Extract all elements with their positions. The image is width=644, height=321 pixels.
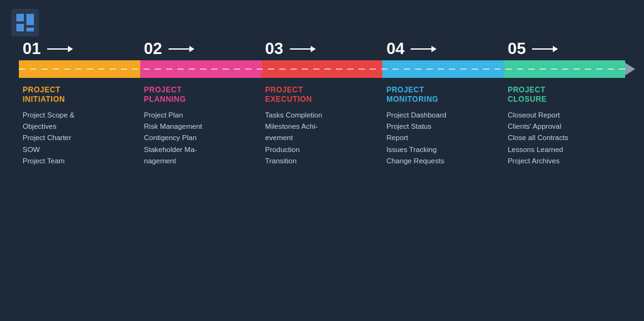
list-item: Project Team [23,156,136,166]
content-row: PROJECTINITIATIONProject Scope &Objectiv… [19,85,625,167]
list-item: Production [265,144,379,155]
list-item: Issues Tracking [386,144,500,155]
step-col-04: 04 [382,40,504,58]
list-item: Tasks Completion [265,110,379,121]
phases-container: PROJECTINITIATIONProject Scope &Objectiv… [19,60,625,167]
step-col-01: 01 [19,40,140,58]
step-number-02: 02 [144,40,194,57]
list-item: Project Plan [144,110,258,121]
phase-items-02: Project PlanRisk ManagementContigency Pl… [144,110,258,166]
phase-items-05: Closeout ReportClients' ApprovalClose al… [508,110,621,166]
svg-rect-2 [16,24,24,31]
step-number-03: 03 [265,40,315,57]
step-number-05: 05 [508,40,557,57]
list-item: Report [386,133,500,143]
list-item: Project Archives [508,156,621,166]
timeline-section: 01 02 03 04 05 PROJECTINITIAT [19,40,625,167]
bar-segment-03 [262,60,383,78]
bar-segment-02 [140,60,262,78]
phase-title-04: PROJECTMONITORING [386,85,500,105]
list-item: Project Scope & [23,110,136,121]
list-item: Milestones Achi- [265,121,379,132]
step-col-02: 02 [140,40,262,58]
list-item: Project Charter [23,133,136,143]
timeline-bar [19,60,625,78]
timeline-end-arrow [625,63,635,75]
list-item: Contigency Plan [144,133,258,143]
list-item: Objectives [23,121,136,132]
phase-title-02: PROJECTPLANNING [144,85,258,105]
step-number-01: 01 [23,40,72,57]
steps-row: 01 02 03 04 05 [19,40,625,58]
list-item: Project Status [386,121,500,132]
content-col-05: PROJECTCLOSURECloseout ReportClients' Ap… [504,85,625,167]
svg-rect-1 [16,14,24,21]
step-arrow-05 [532,48,557,50]
phase-items-01: Project Scope &ObjectivesProject Charter… [23,110,136,166]
list-item: SOW [23,144,136,155]
list-item: Change Requests [386,156,500,166]
list-item: nagement [144,156,258,166]
list-item: Closeout Report [508,110,621,121]
bar-segment-01 [19,60,140,78]
content-col-03: PROJECTEXECUTIONTasks CompletionMileston… [262,85,383,167]
list-item: Project Dashboard [386,110,500,121]
content-col-02: PROJECTPLANNINGProject PlanRisk Manageme… [140,85,262,167]
step-arrow-03 [290,48,315,50]
list-item: Transition [265,156,379,166]
phase-items-04: Project DashboardProject StatusReportIss… [386,110,500,166]
step-col-05: 05 [504,40,625,58]
svg-rect-0 [11,9,39,36]
phase-title-01: PROJECTINITIATION [23,85,136,105]
list-item: Lessons Learned [508,144,621,155]
phase-items-03: Tasks CompletionMilestones Achi-evementP… [265,110,379,166]
phase-title-03: PROJECTEXECUTION [265,85,379,105]
bar-segment-05 [504,60,625,78]
step-arrow-04 [411,48,436,50]
list-item: evement [265,133,379,143]
step-col-03: 03 [262,40,383,58]
list-item: Risk Management [144,121,258,132]
svg-rect-4 [26,28,34,31]
step-arrow-01 [47,48,72,50]
list-item: Close all Contracts [508,133,621,143]
list-item: Stakeholder Ma- [144,144,258,155]
phase-title-05: PROJECTCLOSURE [508,85,621,105]
list-item: Clients' Approval [508,121,621,132]
step-number-04: 04 [386,40,436,57]
logo [11,9,39,36]
content-col-01: PROJECTINITIATIONProject Scope &Objectiv… [19,85,140,167]
svg-rect-3 [26,14,34,25]
bar-segment-04 [382,60,504,78]
content-col-04: PROJECTMONITORINGProject DashboardProjec… [382,85,504,167]
step-arrow-02 [169,48,194,50]
